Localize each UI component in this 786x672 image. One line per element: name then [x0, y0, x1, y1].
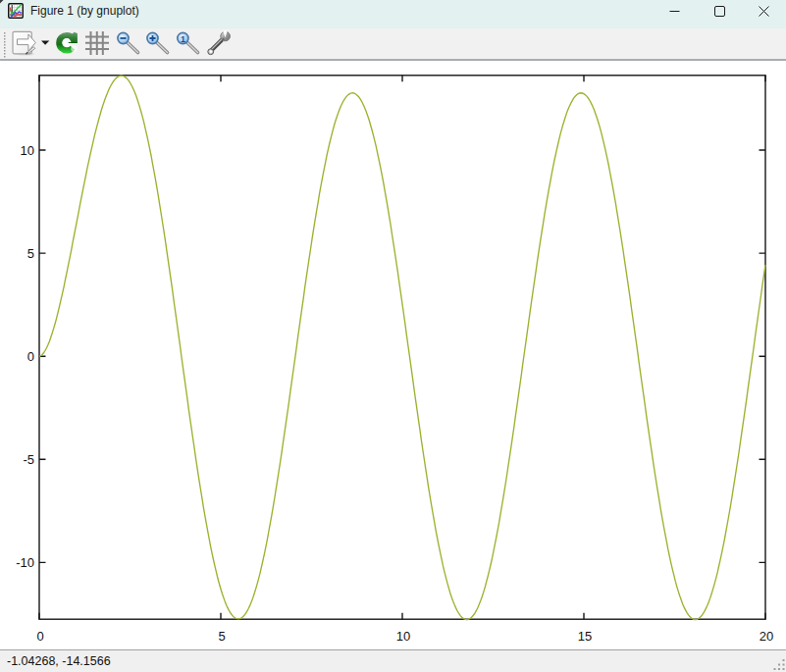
svg-text:1: 1: [181, 34, 185, 44]
